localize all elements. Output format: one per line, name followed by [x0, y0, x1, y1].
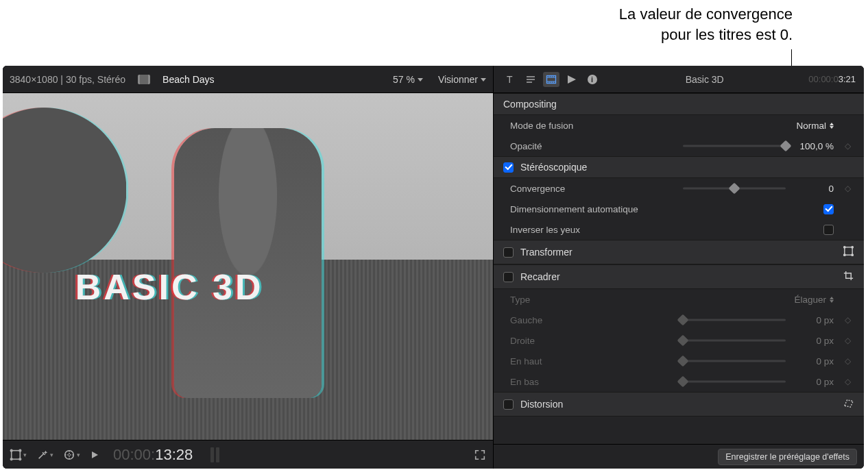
tab-generator[interactable] — [564, 72, 580, 87]
timecode-dim: 00:00: — [113, 446, 155, 464]
tab-paragraph[interactable] — [522, 72, 539, 87]
row-opacity: Opacité 100,0 % — [494, 136, 864, 156]
crop-left-slider[interactable] — [683, 315, 786, 325]
crop-right-label: Droite — [510, 336, 647, 346]
viewer-canvas[interactable]: BASIC 3D — [3, 93, 493, 440]
opacity-keyframe[interactable] — [841, 141, 854, 151]
crop-top-keyframe[interactable] — [841, 356, 854, 366]
svg-point-25 — [852, 254, 853, 256]
effects-tool-icon[interactable]: ▾ — [36, 449, 53, 461]
crop-right-value[interactable]: 0 px — [791, 336, 834, 346]
inspector-tabs: T i — [502, 72, 601, 87]
crop-type-label: Type — [510, 295, 647, 305]
svg-point-22 — [844, 247, 845, 248]
crop-right-keyframe[interactable] — [841, 336, 854, 345]
svg-text:i: i — [591, 75, 593, 84]
auto-dim-checkbox[interactable] — [823, 204, 834, 214]
convergence-value[interactable]: 0 — [791, 184, 834, 194]
stereoscopic-label: Stéréoscopique — [520, 162, 587, 173]
inspector-footer: Enregistrer le préréglage d'effets — [494, 444, 864, 469]
crop-left-keyframe[interactable] — [841, 315, 854, 325]
audio-meter — [210, 447, 219, 462]
annotation-line2: pour les titres est 0. — [619, 25, 793, 45]
zoom-dropdown[interactable]: 57 % — [393, 74, 423, 85]
svg-text:T: T — [507, 74, 513, 85]
stereoscopic-checkbox[interactable] — [503, 162, 514, 173]
crop-bottom-value[interactable]: 0 px — [791, 377, 834, 387]
row-blend-mode: Mode de fusion Normal — [494, 115, 864, 136]
viewer-pane: 3840×1080 | 30 fps, Stéréo Beach Days 57… — [3, 66, 494, 469]
svg-rect-0 — [12, 450, 21, 459]
svg-point-23 — [852, 247, 853, 248]
section-stereoscopic[interactable]: Stéréoscopique — [494, 156, 864, 178]
inspector-body: Compositing Mode de fusion Normal Opacit… — [494, 93, 864, 444]
convergence-label: Convergence — [510, 184, 647, 194]
blend-mode-label: Mode de fusion — [510, 121, 647, 131]
color-tool-icon[interactable]: ▾ — [63, 449, 80, 461]
svg-rect-21 — [845, 247, 852, 255]
fullscreen-icon[interactable] — [474, 449, 486, 461]
crop-label: Recadrer — [520, 271, 560, 282]
transform-icon[interactable] — [843, 245, 854, 259]
opacity-value[interactable]: 100,0 % — [791, 141, 834, 151]
section-distortion[interactable]: Distorsion — [494, 392, 864, 417]
blend-mode-popup[interactable]: Normal — [796, 121, 834, 131]
crop-bottom-keyframe[interactable] — [841, 377, 854, 386]
row-auto-dim: Dimensionnement automatique — [494, 199, 864, 219]
crop-right-slider[interactable] — [683, 336, 786, 345]
timecode-bright: 13:28 — [155, 446, 193, 464]
invert-eyes-label: Inverser les yeux — [510, 225, 817, 235]
title-overlay: BASIC 3D — [75, 266, 264, 308]
play-button[interactable] — [90, 450, 99, 460]
section-crop[interactable]: Recadrer — [494, 264, 864, 289]
row-invert-eyes: Inverser les yeux — [494, 219, 864, 240]
opacity-label: Opacité — [510, 141, 647, 151]
tab-video[interactable] — [543, 72, 559, 87]
distortion-icon[interactable] — [843, 397, 854, 411]
invert-eyes-checkbox[interactable] — [823, 225, 834, 235]
crop-top-value[interactable]: 0 px — [791, 356, 834, 367]
annotation-line1: La valeur de convergence — [619, 4, 793, 25]
tab-info[interactable]: i — [584, 72, 601, 87]
tab-text[interactable]: T — [502, 72, 518, 87]
crop-top-slider[interactable] — [683, 356, 786, 366]
inspector-header: T i Basic 3D 00:00:03:21 — [494, 66, 864, 93]
inspector-pane: T i Basic 3D 00:00:03:21 Compositing Mod… — [494, 66, 864, 469]
crop-bottom-label: En bas — [510, 377, 647, 387]
row-crop-left: Gauche 0 px — [494, 310, 864, 330]
transform-tool-icon[interactable]: ▾ — [10, 449, 27, 461]
svg-point-24 — [844, 254, 845, 256]
compositing-label: Compositing — [503, 99, 557, 110]
row-crop-top: En haut 0 px — [494, 351, 864, 371]
view-dropdown[interactable]: Visionner — [438, 74, 486, 85]
transform-label: Transformer — [520, 247, 572, 258]
distortion-label: Distorsion — [520, 399, 563, 410]
opacity-slider[interactable] — [683, 141, 786, 151]
crop-bottom-slider[interactable] — [683, 377, 786, 386]
crop-checkbox[interactable] — [503, 272, 514, 282]
section-compositing: Compositing — [494, 93, 864, 115]
distortion-checkbox[interactable] — [503, 399, 514, 410]
annotation-callout: La valeur de convergence pour les titres… — [619, 4, 793, 45]
inspector-timecode: 00:00:03:21 — [808, 74, 856, 84]
row-convergence: Convergence 0 — [494, 178, 864, 199]
crop-icon[interactable] — [843, 270, 854, 284]
crop-type-popup[interactable]: Élaguer — [794, 295, 834, 305]
viewer-timecode[interactable]: 00:00:13:28 — [113, 446, 193, 464]
row-crop-bottom: En bas 0 px — [494, 371, 864, 392]
auto-dim-label: Dimensionnement automatique — [510, 204, 817, 214]
crop-top-label: En haut — [510, 356, 647, 367]
app-window: 3840×1080 | 30 fps, Stéréo Beach Days 57… — [3, 66, 864, 469]
save-preset-button[interactable]: Enregistrer le préréglage d'effets — [718, 449, 857, 465]
filmstrip-icon — [138, 75, 150, 84]
convergence-slider[interactable] — [683, 184, 786, 193]
convergence-keyframe[interactable] — [841, 184, 854, 193]
section-transform[interactable]: Transformer — [494, 240, 864, 264]
inspector-title: Basic 3D — [606, 74, 803, 85]
crop-left-value[interactable]: 0 px — [791, 315, 834, 325]
clip-title: Beach Days — [162, 74, 214, 85]
viewer-footer: ▾ ▾ ▾ 00:00:13:28 — [3, 440, 493, 469]
row-crop-type: Type Élaguer — [494, 289, 864, 310]
viewer-header: 3840×1080 | 30 fps, Stéréo Beach Days 57… — [3, 66, 493, 93]
transform-checkbox[interactable] — [503, 247, 514, 258]
